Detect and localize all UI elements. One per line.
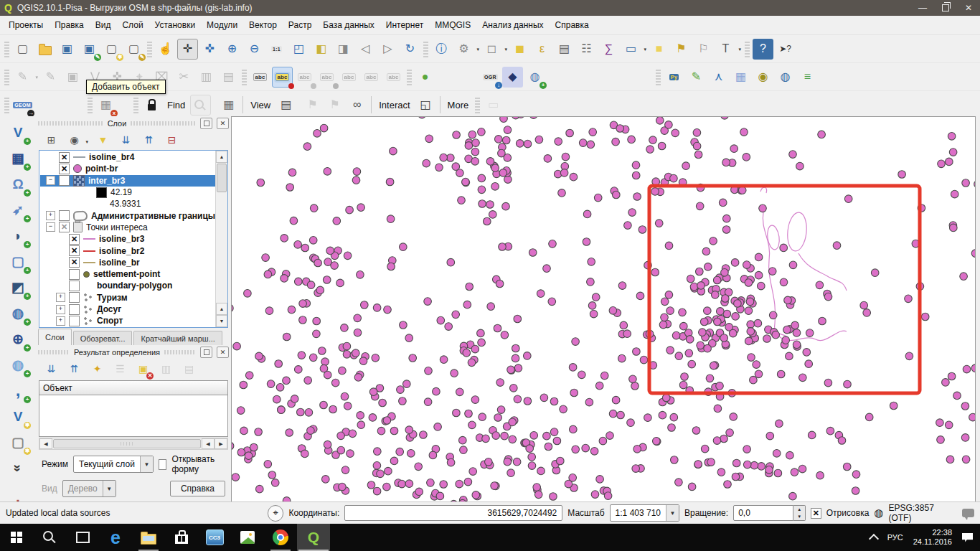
whats-this-icon[interactable]: ➤?: [775, 39, 796, 60]
label-pin-icon[interactable]: abc: [272, 67, 293, 88]
layer-tree-row[interactable]: ✕point-br: [40, 163, 215, 174]
identify-icon[interactable]: ⓘ: [431, 39, 452, 60]
rail-more-icon[interactable]: »: [6, 456, 29, 479]
lock-scale-icon[interactable]: [141, 95, 162, 116]
tree-expander[interactable]: +: [56, 305, 65, 314]
layer-checkbox[interactable]: [59, 210, 70, 221]
coordinates-input[interactable]: 3615629,7024492: [344, 505, 562, 521]
grid-button-icon[interactable]: ▦: [218, 95, 239, 116]
layer-tree-row[interactable]: +Административные границы: [40, 209, 215, 221]
coordinate-capture-icon[interactable]: ⌖: [268, 505, 283, 522]
remove-layer-icon[interactable]: ⊟: [163, 131, 181, 149]
render-checkbox[interactable]: ✕: [811, 508, 821, 519]
menu-item-11[interactable]: Анализ данных: [476, 17, 549, 33]
add-wfs-layer-icon[interactable]: ◍+: [6, 353, 29, 376]
crs-status-button[interactable]: EPSG:3857 (OTF): [888, 503, 957, 523]
expand-new-results-icon[interactable]: ✦: [88, 360, 106, 378]
osm-place-search-icon[interactable]: ●: [415, 67, 435, 88]
zoom-to-selection-icon[interactable]: ◧: [311, 39, 331, 60]
save-project-as-icon[interactable]: ▣✎: [79, 39, 100, 60]
composer-manager-icon[interactable]: ▢✎: [123, 39, 144, 60]
refresh-map-icon[interactable]: ↻: [400, 39, 420, 60]
notification-center-icon[interactable]: [962, 533, 973, 542]
processing-icon[interactable]: ⋏: [708, 67, 729, 88]
layers-tree-scrollbar[interactable]: ▲ ▲ ▼: [215, 151, 227, 327]
menu-item-2[interactable]: Вид: [90, 17, 117, 33]
zoom-to-layer-icon[interactable]: ◨: [333, 39, 354, 60]
qgis-taskbar-button[interactable]: Q: [297, 524, 330, 551]
python-console-icon[interactable]: Py: [664, 67, 684, 88]
layer-tree-row[interactable]: +Досуг: [40, 303, 215, 315]
layer-tree-row[interactable]: +Спорт: [40, 315, 215, 326]
layer-tree-row[interactable]: ✕isoline_br: [40, 257, 215, 268]
tree-expander[interactable]: −: [46, 222, 55, 232]
layer-checkbox[interactable]: ✕: [59, 164, 70, 174]
rotation-spinner[interactable]: 0,0 ▲▼: [733, 505, 806, 521]
scroll-thumb[interactable]: [217, 164, 227, 192]
spin-down-icon[interactable]: ▼: [793, 513, 805, 520]
menu-item-0[interactable]: Проекты: [3, 17, 49, 33]
touch-zoom-icon[interactable]: ☝: [155, 39, 176, 60]
new-bookmark-icon[interactable]: ⚑: [671, 39, 692, 60]
clear-results-icon[interactable]: ▣✕: [134, 360, 152, 378]
save-project-icon[interactable]: ▣: [57, 39, 77, 60]
dock-tab-1[interactable]: Обозреват...: [73, 331, 133, 345]
chrome-icon[interactable]: [264, 524, 297, 551]
add-db2-layer-icon[interactable]: ◩+: [6, 276, 29, 298]
select-by-expression-icon[interactable]: ε: [532, 39, 552, 60]
scroll-thumb[interactable]: [53, 439, 201, 448]
expand-tree-icon[interactable]: ⇊: [42, 360, 60, 378]
link-views-icon[interactable]: ∞: [347, 95, 367, 116]
layer-tree-row[interactable]: ✕isoline_br2: [40, 245, 215, 256]
scroll-down-button[interactable]: ▼: [216, 315, 227, 327]
print-view-icon[interactable]: ▤: [275, 95, 296, 116]
layer-checkbox[interactable]: [69, 281, 80, 291]
add-raster-layer-icon[interactable]: ▦+: [6, 146, 29, 169]
layer-tree-row[interactable]: ✕isoline_br3: [40, 233, 215, 245]
layer-checkbox[interactable]: [69, 316, 80, 326]
rotation-value[interactable]: 0,0: [733, 505, 793, 521]
search-button[interactable]: [33, 524, 66, 551]
qtiles-plugin-icon[interactable]: ≡: [797, 67, 818, 88]
pan-to-selection-icon[interactable]: ✜: [199, 39, 220, 60]
attribute-table-icon[interactable]: ▤: [554, 39, 575, 60]
add-mssql-layer-icon[interactable]: ◗+: [6, 224, 29, 247]
layer-checkbox[interactable]: ✕: [59, 222, 70, 232]
layer-checkbox[interactable]: ✕: [59, 152, 70, 163]
close-panel-button[interactable]: ✕: [217, 347, 229, 358]
new-shapefile-icon[interactable]: V✱: [6, 405, 29, 428]
grid-edit-icon[interactable]: ▦x: [95, 95, 116, 116]
new-composer-icon[interactable]: ▢✱: [101, 39, 122, 60]
expand-all-icon[interactable]: ⇊: [117, 131, 135, 149]
zoom-last-icon[interactable]: ◁: [355, 39, 376, 60]
edge-browser-icon[interactable]: e: [99, 524, 132, 551]
tray-expand-icon[interactable]: [869, 534, 879, 544]
scroll-left-button[interactable]: ◀: [39, 438, 52, 449]
osm-edit-icon[interactable]: ✎: [686, 67, 707, 88]
menu-item-8[interactable]: База данных: [317, 17, 380, 33]
help-contents-icon[interactable]: ?: [753, 39, 773, 60]
menu-item-7[interactable]: Растр: [283, 17, 317, 33]
collapse-all-icon[interactable]: ⇈: [140, 131, 158, 149]
field-calculator-icon[interactable]: ☷: [576, 39, 597, 60]
layer-tree-row[interactable]: −✕Точки интереса: [40, 222, 215, 233]
tree-expander[interactable]: +: [56, 316, 65, 326]
zoom-in-icon[interactable]: ⊕: [222, 39, 242, 60]
menu-item-1[interactable]: Правка: [49, 17, 90, 33]
file-explorer-icon[interactable]: [132, 524, 165, 551]
filter-legend-icon[interactable]: ▼: [94, 131, 112, 149]
identify-hscrollbar[interactable]: ◀ ◀ ▶: [39, 438, 228, 450]
dock-tab-0[interactable]: Слои: [38, 329, 72, 345]
layer-tree-row[interactable]: 43.9331: [40, 198, 215, 209]
menu-item-3[interactable]: Слой: [116, 17, 149, 33]
layer-checkbox[interactable]: [59, 175, 70, 186]
embed-layers-icon[interactable]: ▢✱: [6, 430, 29, 453]
feature-action-icon[interactable]: ⚙▾: [453, 39, 474, 60]
layer-checkbox[interactable]: ✕: [69, 257, 80, 268]
show-bookmarks-icon[interactable]: ⚐: [693, 39, 714, 60]
add-vector-layer-icon[interactable]: V+: [6, 121, 29, 143]
add-oracle-layer-icon[interactable]: ▢+: [6, 250, 29, 273]
help-button[interactable]: Справка: [170, 481, 225, 496]
menu-item-4[interactable]: Установки: [149, 17, 201, 33]
mmqgis-icon[interactable]: ▦: [730, 67, 751, 88]
